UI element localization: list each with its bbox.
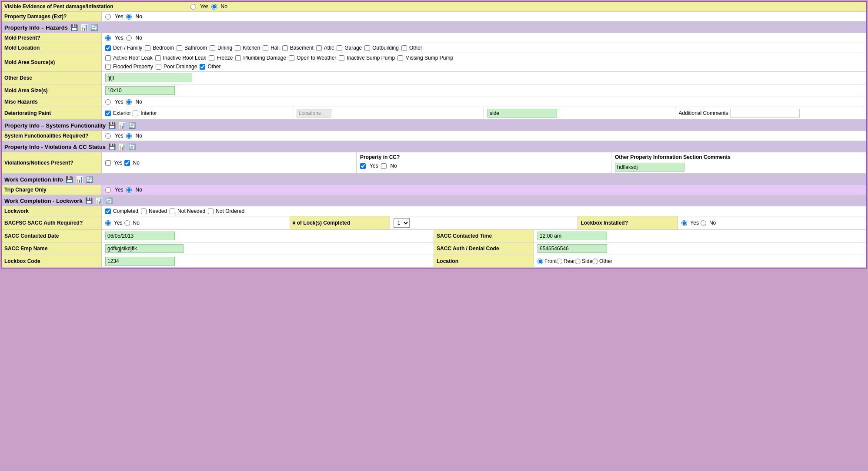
other-desc-input[interactable] — [105, 74, 192, 82]
mold-src-inactiveroof-checkbox[interactable] — [155, 55, 161, 61]
hazards-grid-icon[interactable]: 📊 — [80, 24, 88, 31]
sacc-time-label: SACC Contacted Time — [434, 230, 534, 242]
misc-hazards-yes-radio[interactable] — [105, 99, 111, 105]
bacfsc-radios: Yes No — [102, 216, 290, 229]
num-locks-select[interactable]: 1 2 3 — [394, 218, 410, 228]
violations-save-icon[interactable]: 💾 — [108, 143, 116, 150]
other-desc-label: Other Desc — [2, 72, 102, 84]
lockwork-completed-checkbox[interactable] — [105, 209, 111, 214]
lockbox-installed-no-radio[interactable] — [701, 220, 706, 226]
mold-present-yes-radio[interactable] — [105, 35, 111, 41]
pest-yes-radio[interactable] — [190, 4, 196, 10]
sacc-date-input[interactable] — [105, 232, 175, 240]
bacfsc-no-radio[interactable] — [124, 220, 130, 226]
systems-save-icon[interactable]: 💾 — [108, 122, 116, 129]
other-comments-cell: Other Property Information Section Comme… — [611, 152, 866, 173]
mold-area-sources-content: Active Roof Leak Inactive Roof Leak Free… — [102, 53, 866, 71]
sacc-emp-input[interactable] — [105, 244, 184, 253]
mold-loc-attic-checkbox[interactable] — [316, 45, 322, 51]
sacc-time-input[interactable] — [537, 232, 607, 240]
additional-comments-input[interactable] — [730, 109, 800, 118]
violations-grid-icon[interactable]: 📊 — [118, 143, 126, 150]
lockwork-needed-checkbox[interactable] — [141, 209, 147, 214]
work-completion-refresh-icon[interactable]: 🔄 — [86, 176, 93, 183]
mold-loc-bedroom-label: Bedroom — [145, 45, 174, 51]
mold-loc-den-checkbox[interactable] — [105, 45, 111, 51]
lockwork-notordered-label: Not Ordered — [208, 208, 244, 214]
work-completion-grid-icon[interactable]: 📊 — [76, 176, 83, 183]
prop-dmg-no-radio[interactable] — [126, 14, 132, 20]
mold-loc-bathroom-checkbox[interactable] — [177, 45, 182, 51]
lockwork-grid-icon[interactable]: 📊 — [95, 197, 103, 204]
mold-src-drainage-checkbox[interactable] — [156, 64, 161, 70]
mold-area-sources-row: Mold Area Source(s) Active Roof Leak Ina… — [2, 53, 866, 72]
property-in-cc-yes-checkbox[interactable] — [360, 163, 366, 169]
property-in-cc-no-checkbox[interactable] — [381, 163, 387, 169]
mold-src-activeroof-checkbox[interactable] — [105, 55, 111, 61]
sys-func-no-radio[interactable] — [126, 133, 132, 139]
other-comments-input[interactable] — [615, 163, 684, 172]
location-radios: Front Rear Side Other — [534, 255, 866, 267]
mold-src-inactivesump-checkbox[interactable] — [339, 55, 344, 61]
hazards-save-icon[interactable]: 💾 — [70, 24, 78, 31]
violations-present-label: Violations/Notices Present? — [2, 152, 102, 173]
hazards-refresh-icon[interactable]: 🔄 — [90, 24, 98, 31]
trip-charge-no-label: No — [136, 187, 142, 193]
mold-present-no-radio[interactable] — [126, 35, 132, 41]
work-completion-save-icon[interactable]: 💾 — [66, 176, 73, 183]
mold-loc-outbuilding-checkbox[interactable] — [364, 45, 370, 51]
lockwork-save-icon[interactable]: 💾 — [85, 197, 93, 204]
location-rear-radio[interactable] — [557, 259, 562, 264]
mold-loc-outbuilding-label: Outbuilding — [364, 45, 399, 51]
sacc-emp-auth-row: SACC Emp Name SACC Auth / Denial Code — [2, 242, 866, 255]
lockwork-notneeded-checkbox[interactable] — [170, 209, 175, 214]
violations-yes-checkbox[interactable] — [105, 160, 111, 166]
lockbox-installed-yes-radio[interactable] — [681, 220, 687, 226]
mold-src-missingsump-checkbox[interactable] — [397, 55, 403, 61]
mold-src-other-checkbox[interactable] — [200, 64, 205, 70]
systems-refresh-icon[interactable]: 🔄 — [128, 122, 136, 129]
pest-no-radio[interactable] — [211, 4, 217, 10]
misc-hazards-no-radio[interactable] — [126, 99, 132, 105]
violations-refresh-icon[interactable]: 🔄 — [128, 143, 136, 150]
location-front-radio[interactable] — [537, 259, 543, 264]
property-in-cc-yes-label: Yes — [370, 163, 378, 169]
sys-func-yes-radio[interactable] — [105, 133, 111, 139]
bacfsc-yes-radio[interactable] — [105, 220, 111, 226]
property-damages-ext-row: Property Damages (Ext)? Yes No — [2, 12, 866, 22]
prop-dmg-yes-radio[interactable] — [105, 14, 111, 20]
mold-loc-bedroom-checkbox[interactable] — [145, 45, 150, 51]
mold-loc-kitchen-label: Kitchen — [235, 45, 260, 51]
violations-no-checkbox[interactable] — [124, 160, 130, 166]
mold-loc-bathroom-label: Bathroom — [177, 45, 207, 51]
mold-src-weather-checkbox[interactable] — [289, 55, 294, 61]
mold-loc-hall-checkbox[interactable] — [263, 45, 268, 51]
mold-loc-other-checkbox[interactable] — [401, 45, 407, 51]
violations-yes-label: Yes — [114, 160, 123, 166]
mold-src-freeze-checkbox[interactable] — [209, 55, 214, 61]
pest-damage-radios: Yes No — [189, 2, 229, 11]
lockwork-row: Lockwork Completed Needed Not Needed Not… — [2, 206, 866, 216]
trip-charge-no-radio[interactable] — [126, 187, 132, 193]
mold-src-flooded-checkbox[interactable] — [105, 64, 111, 70]
mold-loc-garage-checkbox[interactable] — [337, 45, 342, 51]
mold-loc-dining-checkbox[interactable] — [210, 45, 215, 51]
sacc-auth-input[interactable] — [537, 244, 607, 253]
mold-src-plumbing-checkbox[interactable] — [235, 55, 241, 61]
misc-hazards-no-label: No — [136, 99, 142, 105]
location-other-radio[interactable] — [592, 259, 598, 264]
paint-interior-checkbox[interactable] — [133, 111, 138, 116]
mold-loc-kitchen-checkbox[interactable] — [235, 45, 240, 51]
mold-src-freeze-label: Freeze — [209, 55, 233, 61]
mold-area-size-input[interactable] — [105, 86, 175, 95]
lockbox-code-input[interactable] — [105, 257, 175, 266]
bacfsc-row: BACFSC SACC Auth Required? Yes No # of L… — [2, 216, 866, 230]
lockwork-notordered-checkbox[interactable] — [208, 209, 214, 214]
locations-value-input[interactable] — [487, 109, 557, 118]
lockwork-refresh-icon[interactable]: 🔄 — [105, 197, 113, 204]
systems-grid-icon[interactable]: 📊 — [118, 122, 126, 129]
trip-charge-yes-radio[interactable] — [105, 187, 111, 193]
paint-exterior-checkbox[interactable] — [105, 111, 111, 116]
location-side-radio[interactable] — [575, 259, 581, 264]
mold-loc-basement-checkbox[interactable] — [282, 45, 288, 51]
